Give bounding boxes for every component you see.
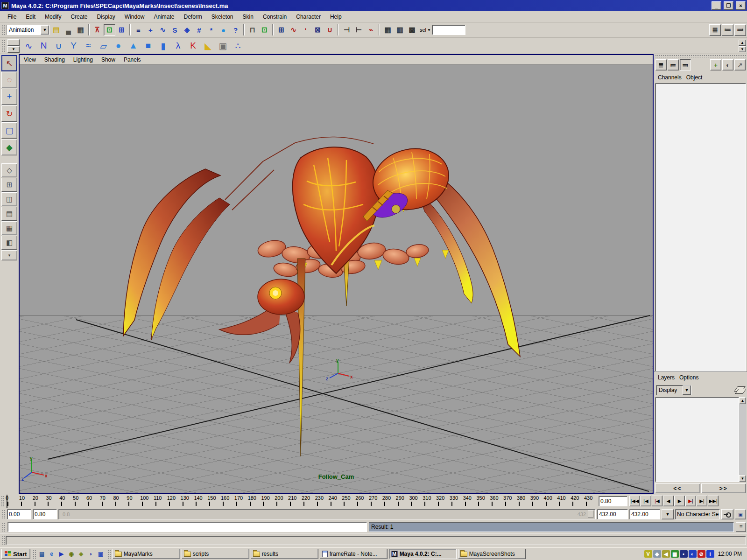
time-tick-330[interactable]: 330 <box>449 495 462 508</box>
menu-display[interactable]: Display <box>92 12 120 21</box>
task-maya[interactable]: MMaya 4.0.2: C:... <box>389 549 457 559</box>
ep-curve-tool[interactable]: ∿ <box>21 39 36 53</box>
spot-light[interactable]: ◣ <box>201 39 215 53</box>
panel-grip[interactable] <box>655 55 746 57</box>
detach-button[interactable]: ⊠ <box>312 24 324 36</box>
pane-prev-button[interactable]: << <box>655 483 700 493</box>
time-tick-400[interactable]: 400 <box>543 495 557 508</box>
select-arrow-icon[interactable]: ↗ <box>734 59 746 70</box>
lasso-select-tool[interactable]: ◌ <box>1 72 17 88</box>
shelf-grip[interactable] <box>1 39 5 52</box>
redo-prev-button[interactable]: ⊣ <box>341 24 352 36</box>
open-scene-button[interactable]: ▄ <box>63 24 74 36</box>
scroll-up-arrow[interactable]: ▲ <box>739 397 746 404</box>
menu-set-dropdown-arrow[interactable]: ▼ <box>41 25 49 35</box>
layers-menu-options[interactable]: Options <box>679 373 702 382</box>
redo-next-button[interactable]: ⊢ <box>353 24 365 36</box>
ipr-render-button[interactable]: ▥ <box>394 24 406 36</box>
layout-hypergraph-persp[interactable]: ▦ <box>1 221 17 235</box>
shelf-scroll-down[interactable]: ▼ <box>739 46 746 52</box>
help-mode-button[interactable]: ? <box>230 24 241 36</box>
move-tool[interactable]: + <box>1 89 17 105</box>
time-tick-230[interactable]: 230 <box>314 495 328 508</box>
time-tick-30[interactable]: 30 <box>45 495 58 508</box>
viewport-menu-show[interactable]: Show <box>97 56 120 64</box>
save-scene-button[interactable]: ▦ <box>75 24 86 36</box>
time-tick-170[interactable]: 170 <box>233 495 247 508</box>
media-player-icon[interactable]: ▶ <box>57 550 66 558</box>
tab-channels[interactable]: Channels <box>658 73 685 82</box>
menu-animate[interactable]: Animate <box>149 12 179 21</box>
manipulator-axis-icon[interactable]: + <box>710 59 721 70</box>
time-slider-grip[interactable] <box>0 495 4 507</box>
restore-button[interactable]: ❐ <box>724 1 733 10</box>
quick-launch-icon-5[interactable]: ◈ <box>77 550 85 558</box>
poly-cube[interactable]: ■ <box>141 39 155 53</box>
time-tick-120[interactable]: 120 <box>166 495 180 508</box>
time-tick-180[interactable]: 180 <box>247 495 261 508</box>
layer-mode-dropdown-arrow[interactable]: ▼ <box>683 385 691 395</box>
time-tick-100[interactable]: 100 <box>139 495 153 508</box>
shelf-tab-icon[interactable] <box>7 39 20 46</box>
taskbar-grip-2[interactable] <box>107 549 111 559</box>
toggle-attribute-editor-button[interactable]: ≣ <box>709 24 721 36</box>
play-backward-button[interactable]: ◀ <box>663 496 674 506</box>
command-line-grip[interactable] <box>1 522 5 532</box>
layer-scrollbar[interactable]: ▲ ▼ <box>739 397 746 482</box>
layout-outliner-persp[interactable]: ◫ <box>1 192 17 206</box>
time-tick-390[interactable]: 390 <box>529 495 543 508</box>
time-tick-270[interactable]: 270 <box>368 495 381 508</box>
range-end-handle-label[interactable]: 432 <box>578 511 586 517</box>
menu-set-select[interactable]: Animation ▼ <box>7 25 49 35</box>
close-button[interactable]: × <box>736 1 746 10</box>
select-by-component-button[interactable]: ⊞ <box>116 24 127 36</box>
shelf-menu-arrow[interactable]: ▼ <box>7 46 20 53</box>
scroll-down-arrow[interactable]: ▼ <box>739 475 746 482</box>
time-tick-60[interactable]: 60 <box>85 495 99 508</box>
snap-to-points-button[interactable]: S <box>169 24 181 36</box>
playback-start-input[interactable] <box>33 509 57 519</box>
scheduler-tray-icon[interactable]: ◆ <box>653 550 661 558</box>
network-tray-icon[interactable]: ▦ <box>671 550 679 558</box>
time-tick-370[interactable]: 370 <box>502 495 516 508</box>
animation-start-input[interactable] <box>7 509 31 519</box>
time-tick-150[interactable]: 150 <box>206 495 220 508</box>
more-layouts-button[interactable]: ▾ <box>1 250 17 260</box>
go-to-range-start-button[interactable]: |◀◀ <box>629 496 640 506</box>
paint-effects-button[interactable]: ⌁ <box>365 24 377 36</box>
camera[interactable]: ▣ <box>216 39 230 53</box>
info-tray-icon[interactable]: i <box>706 550 714 558</box>
antivirus-tray-icon[interactable]: ⊘ <box>698 550 705 558</box>
time-tick-10[interactable]: 10 <box>18 495 32 508</box>
planar-surface[interactable]: ▱ <box>96 39 111 53</box>
set-key-button[interactable] <box>721 509 733 519</box>
show-manipulator-tool[interactable]: ◆ <box>1 139 17 155</box>
time-tick-110[interactable]: 110 <box>153 495 166 508</box>
animation-end-input[interactable] <box>629 509 660 519</box>
time-tick-340[interactable]: 340 <box>462 495 476 508</box>
viewport-menu-view[interactable]: View <box>20 56 40 64</box>
time-tick-260[interactable]: 260 <box>354 495 368 508</box>
time-tick-380[interactable]: 380 <box>516 495 529 508</box>
curve-edit-button[interactable]: ∿ <box>288 24 299 36</box>
render-current-frame-button[interactable]: ▦ <box>382 24 394 36</box>
time-tick-350[interactable]: 350 <box>475 495 489 508</box>
time-tick-300[interactable]: 300 <box>408 495 422 508</box>
range-slider-grip[interactable] <box>1 509 5 519</box>
channel-box-layout-2[interactable]: ≔ <box>668 59 679 70</box>
time-tick-160[interactable]: 160 <box>220 495 233 508</box>
render-globals-button[interactable]: ▩ <box>406 24 418 36</box>
attach-button[interactable]: ʻ <box>300 24 311 36</box>
quick-launch-icon-7[interactable]: ▣ <box>97 550 105 558</box>
snap-to-grids-button[interactable]: + <box>145 24 156 36</box>
revolve-surface[interactable]: ∪ <box>51 39 66 53</box>
character-set-menu-button[interactable]: ▼ <box>662 509 674 519</box>
viewport-menu-shading[interactable]: Shading <box>40 56 69 64</box>
time-tick-200[interactable]: 200 <box>274 495 287 508</box>
toggle-channel-box-button[interactable]: ≕ <box>734 24 746 36</box>
time-tick-50[interactable]: 50 <box>72 495 85 508</box>
insect-model[interactable] <box>20 64 653 493</box>
menu-deform[interactable]: Deform <box>179 12 206 21</box>
menu-skin[interactable]: Skin <box>238 12 258 21</box>
select-tool[interactable]: ↖ <box>1 55 17 71</box>
